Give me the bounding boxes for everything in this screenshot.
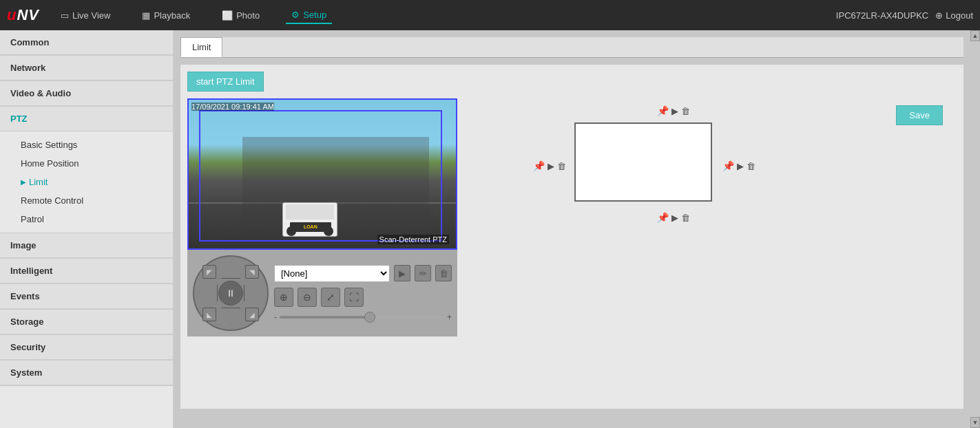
anchor-mid-right: 📌 ▶ 🗑 bbox=[722, 160, 755, 171]
scroll-track bbox=[970, 41, 980, 417]
sidebar-section-image: Image bbox=[0, 233, 173, 259]
preset-edit-button[interactable]: ✏ bbox=[415, 265, 431, 281]
sidebar-section-intelligent: Intelligent bbox=[0, 259, 173, 284]
ptz-up-right-button[interactable]: ◥ bbox=[245, 265, 259, 279]
tab-bar: Limit bbox=[180, 37, 963, 58]
fit-button[interactable]: ⤢ bbox=[321, 288, 340, 307]
sidebar-section-network: Network bbox=[0, 56, 173, 81]
sidebar-item-home-position[interactable]: Home Position bbox=[0, 154, 173, 173]
ptz-down-button[interactable] bbox=[221, 308, 240, 324]
preset-delete-button[interactable]: 🗑 bbox=[435, 265, 452, 281]
logout-button[interactable]: ⊕ Logout bbox=[935, 10, 973, 21]
right-scrollbar[interactable]: ▲ ▼ bbox=[970, 30, 980, 428]
tab-limit-label: Limit bbox=[192, 42, 211, 52]
save-button[interactable]: Save bbox=[896, 105, 943, 125]
ptz-stop-button[interactable]: ⏸ bbox=[218, 281, 243, 306]
controls-right: [None] ▶ ✏ 🗑 bbox=[274, 265, 452, 322]
scroll-up-button[interactable]: ▲ bbox=[970, 30, 980, 41]
preset-row: [None] ▶ ✏ 🗑 bbox=[274, 265, 452, 282]
zoom-slider-row: - + bbox=[274, 312, 452, 322]
sidebar-item-common[interactable]: Common bbox=[0, 30, 173, 55]
ptz-down-right-button[interactable]: ◢ bbox=[245, 308, 259, 321]
sidebar-events-label: Events bbox=[10, 291, 40, 301]
anchor-run-bottom[interactable]: ▶ bbox=[671, 213, 678, 223]
zoom-out-button[interactable]: ⊖ bbox=[298, 288, 317, 307]
video-timestamp: 17/09/2021 09:19:41 AM bbox=[191, 103, 274, 111]
anchor-run-left[interactable]: ▶ bbox=[548, 161, 554, 171]
zoom-minus-label: - bbox=[274, 312, 277, 322]
sidebar-section-security: Security bbox=[0, 335, 173, 361]
preset-select[interactable]: [None] bbox=[274, 265, 390, 282]
sidebar-section-video-audio: Video & Audio bbox=[0, 81, 173, 107]
top-navigation: uNV ▭ Live View ▦ Playback ⬜ Photo ⚙ Set… bbox=[0, 0, 980, 30]
zoom-slider[interactable] bbox=[280, 316, 444, 319]
sidebar-section-events: Events bbox=[0, 284, 173, 310]
sidebar-item-limit[interactable]: ▶ Limit bbox=[0, 173, 173, 191]
sidebar-item-intelligent[interactable]: Intelligent bbox=[0, 259, 173, 283]
sidebar-video-audio-label: Video & Audio bbox=[10, 88, 71, 98]
sidebar-item-image[interactable]: Image bbox=[0, 233, 173, 258]
anchor-delete-bottom[interactable]: 🗑 bbox=[681, 213, 690, 223]
sidebar-item-events[interactable]: Events bbox=[0, 284, 173, 309]
sidebar-item-system[interactable]: System bbox=[0, 361, 173, 385]
ptz-left-button[interactable] bbox=[198, 285, 218, 301]
content-panel: start PTZ Limit bbox=[180, 65, 963, 409]
save-label: Save bbox=[909, 110, 930, 120]
start-ptz-limit-button[interactable]: start PTZ Limit bbox=[187, 72, 264, 92]
sidebar-item-patrol[interactable]: Patrol bbox=[0, 210, 173, 228]
preset-run-button[interactable]: ▶ bbox=[394, 265, 410, 281]
sidebar-network-label: Network bbox=[10, 63, 45, 73]
fullscreen-button[interactable]: ⛶ bbox=[344, 288, 364, 307]
sidebar-item-network[interactable]: Network bbox=[0, 56, 173, 81]
sidebar-item-ptz[interactable]: PTZ bbox=[0, 107, 173, 131]
sidebar-item-storage[interactable]: Storage bbox=[0, 310, 173, 334]
ptz-down-left-button[interactable]: ◣ bbox=[202, 308, 216, 321]
sidebar-security-label: Security bbox=[10, 342, 45, 352]
nav-playback[interactable]: ▦ Playback bbox=[136, 7, 196, 24]
anchor-bottom-center: 📌 ▶ 🗑 bbox=[657, 212, 690, 223]
content-area: Limit start PTZ Limit bbox=[174, 30, 970, 428]
zoom-in-button[interactable]: ⊕ bbox=[274, 288, 293, 307]
grid-icon: ▦ bbox=[142, 10, 150, 21]
scroll-down-button[interactable]: ▼ bbox=[970, 417, 980, 428]
monitor-icon: ▭ bbox=[61, 10, 69, 21]
anchor-delete-right[interactable]: 🗑 bbox=[747, 161, 755, 171]
sidebar-item-security[interactable]: Security bbox=[0, 335, 173, 360]
remote-control-label: Remote Control bbox=[21, 195, 83, 206]
pin-icon-top: 📌 bbox=[657, 105, 669, 116]
sidebar-item-remote-control[interactable]: Remote Control bbox=[0, 191, 173, 210]
limit-label: Limit bbox=[29, 177, 48, 187]
anchor-delete-top[interactable]: 🗑 bbox=[681, 106, 690, 116]
edit-icon: ✏ bbox=[419, 268, 427, 279]
basic-settings-label: Basic Settings bbox=[21, 140, 77, 150]
nav-photo-label: Photo bbox=[236, 10, 260, 21]
anchor-run-right[interactable]: ▶ bbox=[737, 161, 744, 171]
sidebar-ptz-label: PTZ bbox=[10, 114, 28, 124]
joystick-ring: ◤ ◥ ◣ ◢ ⏸ bbox=[193, 255, 269, 331]
ptz-up-left-button[interactable]: ◤ bbox=[202, 265, 216, 279]
sidebar-item-video-audio[interactable]: Video & Audio bbox=[0, 81, 173, 106]
ptz-up-button[interactable] bbox=[221, 262, 240, 279]
controls-bar: ◤ ◥ ◣ ◢ ⏸ bbox=[187, 250, 457, 336]
zoom-row: ⊕ ⊖ ⤢ ⛶ bbox=[274, 288, 452, 307]
anchor-run-top[interactable]: ▶ bbox=[671, 106, 678, 116]
logo-text: uNV bbox=[7, 6, 39, 23]
patrol-label: Patrol bbox=[21, 214, 44, 224]
nav-photo[interactable]: ⬜ Photo bbox=[216, 7, 265, 24]
active-arrow-icon: ▶ bbox=[21, 178, 26, 186]
ptz-joystick: ◤ ◥ ◣ ◢ ⏸ bbox=[193, 255, 269, 331]
sidebar-item-basic-settings[interactable]: Basic Settings bbox=[0, 136, 173, 154]
fullscreen-icon: ⛶ bbox=[349, 292, 359, 303]
sidebar-section-system: System bbox=[0, 361, 173, 386]
pin-icon-left: 📌 bbox=[533, 160, 545, 171]
logout-icon: ⊕ bbox=[935, 10, 943, 21]
anchor-delete-left[interactable]: 🗑 bbox=[557, 161, 566, 171]
tab-limit[interactable]: Limit bbox=[180, 37, 222, 57]
zoom-slider-thumb bbox=[364, 312, 375, 323]
sidebar-image-label: Image bbox=[10, 240, 37, 250]
nav-setup[interactable]: ⚙ Setup bbox=[286, 7, 332, 24]
gear-icon: ⚙ bbox=[291, 10, 300, 20]
ptz-right-button[interactable] bbox=[244, 285, 263, 301]
nav-live-view[interactable]: ▭ Live View bbox=[55, 7, 116, 24]
nav-playback-label: Playback bbox=[154, 10, 190, 21]
